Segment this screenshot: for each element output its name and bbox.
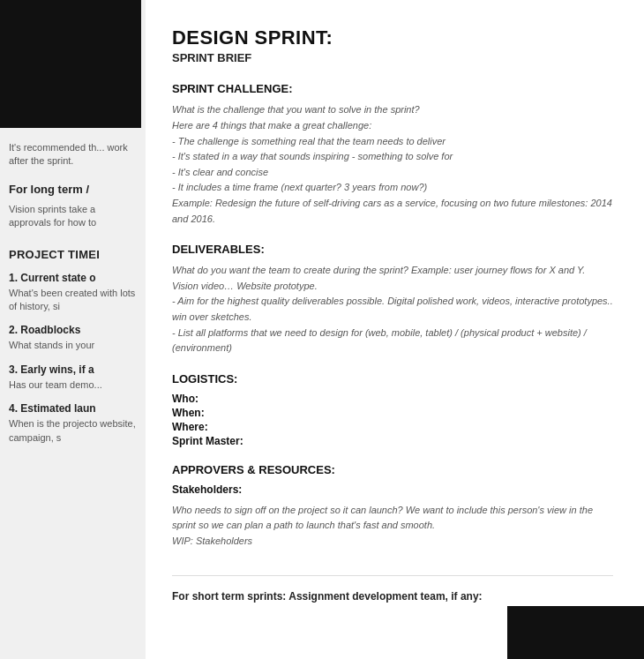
sidebar-long-term-label: For long term / xyxy=(9,183,137,196)
approvers-section: APPROVERS & RESOURCES: Stakeholders: Who… xyxy=(172,463,613,550)
sidebar-item-4-title: 4. Estimated laun xyxy=(9,402,137,415)
stakeholders-body: Who needs to sign off on the project so … xyxy=(172,503,613,550)
stakeholders-label: Stakeholders: xyxy=(172,483,613,496)
sidebar-item-1-desc: What's been created with lots of history… xyxy=(9,287,137,314)
sidebar-item-4: 4. Estimated laun When is the projecto w… xyxy=(9,402,137,445)
deliverables-heading: DELIVERABLES: xyxy=(172,243,613,256)
doc-title: DESIGN SPRINT: xyxy=(172,26,613,49)
page-container: It's recommended th... work after the sp… xyxy=(0,0,644,659)
main-content: DESIGN SPRINT: SPRINT BRIEF SPRINT CHALL… xyxy=(146,0,644,659)
doc-subtitle: SPRINT BRIEF xyxy=(172,51,613,64)
logistics-when-row: When: xyxy=(172,407,613,419)
sidebar-recommended-text: It's recommended th... work after the sp… xyxy=(9,141,137,168)
logistics-section: LOGISTICS: Who: When: Where: Sprint Mast… xyxy=(172,372,613,447)
sidebar-project-timeline-title: PROJECT TIMEI xyxy=(9,248,137,261)
top-left-decoration xyxy=(0,0,141,128)
sidebar-vision-text: Vision sprints take a approvals for how … xyxy=(9,203,137,230)
sidebar-item-4-desc: When is the projecto website, campaign, … xyxy=(9,417,137,445)
logistics-where-row: Where: xyxy=(172,421,613,433)
sprint-challenge-heading: SPRINT CHALLENGE: xyxy=(172,82,613,95)
sidebar-item-2: 2. Roadblocks What stands in your xyxy=(9,324,137,352)
logistics-where-label: Where: xyxy=(172,421,251,433)
logistics-sprint-master-row: Sprint Master: xyxy=(172,435,613,447)
sprint-challenge-body: What is the challenge that you want to s… xyxy=(172,102,613,227)
sidebar-item-1-title: 1. Current state o xyxy=(9,272,137,284)
approvers-heading: APPROVERS & RESOURCES: xyxy=(172,463,613,476)
sidebar-item-2-desc: What stands in your xyxy=(9,339,137,352)
deliverables-body: What do you want the team to create duri… xyxy=(172,263,613,356)
sidebar-item-3-title: 3. Early wins, if a xyxy=(9,363,137,376)
sidebar-item-1: 1. Current state o What's been created w… xyxy=(9,272,137,314)
bottom-right-decoration xyxy=(507,606,644,659)
sidebar-item-3: 3. Early wins, if a Has our team demo... xyxy=(9,363,137,392)
logistics-when-label: When: xyxy=(172,407,251,419)
wip-text: WIP: Stakeholders xyxy=(172,534,613,550)
logistics-sprint-master-label: Sprint Master: xyxy=(172,435,251,447)
short-term-heading: For short term sprints: Assignment devel… xyxy=(172,590,613,603)
short-term-section: For short term sprints: Assignment devel… xyxy=(172,575,613,603)
logistics-who-label: Who: xyxy=(172,393,251,405)
sidebar-item-3-desc: Has our team demo... xyxy=(9,378,137,392)
logistics-who-row: Who: xyxy=(172,393,613,405)
sidebar-item-2-title: 2. Roadblocks xyxy=(9,324,137,336)
logistics-heading: LOGISTICS: xyxy=(172,372,613,386)
